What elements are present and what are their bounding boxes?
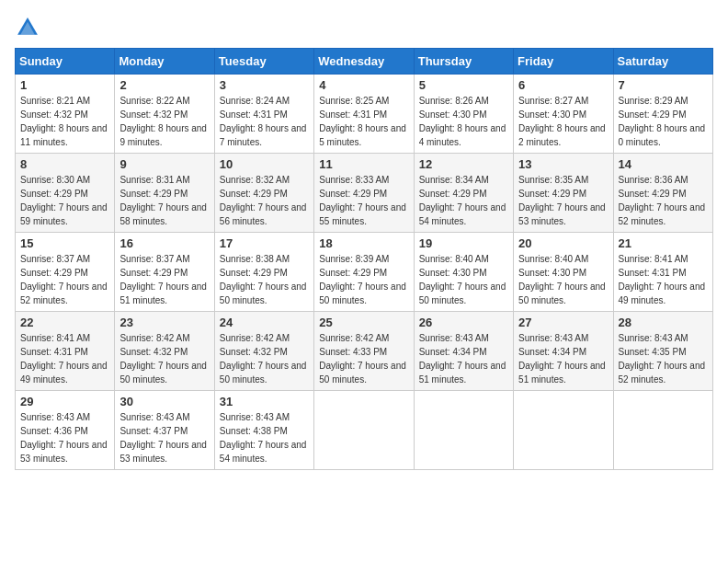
calendar-cell: 19 Sunrise: 8:40 AMSunset: 4:30 PMDaylig… [414, 233, 513, 312]
day-number: 29 [20, 395, 109, 408]
day-number: 16 [119, 236, 209, 250]
calendar-cell [613, 391, 712, 470]
calendar-cell: 7 Sunrise: 8:29 AMSunset: 4:29 PMDayligh… [613, 75, 712, 154]
day-detail: Sunrise: 8:21 AMSunset: 4:32 PMDaylight:… [20, 96, 108, 147]
calendar-cell: 22 Sunrise: 8:41 AMSunset: 4:31 PMDaylig… [16, 312, 115, 391]
day-number: 23 [119, 316, 209, 329]
day-number: 1 [20, 78, 109, 92]
day-number: 30 [119, 395, 209, 408]
weekday-header-thursday: Thursday [414, 49, 513, 75]
calendar-cell: 26 Sunrise: 8:43 AMSunset: 4:34 PMDaylig… [414, 312, 513, 391]
calendar-week-row: 1 Sunrise: 8:21 AMSunset: 4:32 PMDayligh… [16, 75, 713, 154]
day-detail: Sunrise: 8:40 AMSunset: 4:30 PMDaylight:… [419, 254, 506, 305]
calendar-table: SundayMondayTuesdayWednesdayThursdayFrid… [15, 48, 713, 470]
day-detail: Sunrise: 8:27 AMSunset: 4:30 PMDaylight:… [518, 96, 606, 147]
calendar-cell: 20 Sunrise: 8:40 AMSunset: 4:30 PMDaylig… [514, 233, 613, 312]
calendar-cell: 24 Sunrise: 8:42 AMSunset: 4:32 PMDaylig… [214, 312, 313, 391]
calendar-cell: 4 Sunrise: 8:25 AMSunset: 4:31 PMDayligh… [314, 75, 414, 154]
day-number: 25 [319, 316, 408, 329]
day-number: 12 [419, 157, 508, 171]
calendar-cell: 10 Sunrise: 8:32 AMSunset: 4:29 PMDaylig… [214, 154, 313, 233]
weekday-header-sunday: Sunday [16, 49, 115, 75]
calendar-cell: 1 Sunrise: 8:21 AMSunset: 4:32 PMDayligh… [16, 75, 115, 154]
day-detail: Sunrise: 8:43 AMSunset: 4:38 PMDaylight:… [220, 412, 307, 464]
day-number: 9 [119, 157, 209, 171]
calendar-cell: 27 Sunrise: 8:43 AMSunset: 4:34 PMDaylig… [514, 312, 613, 391]
day-detail: Sunrise: 8:43 AMSunset: 4:35 PMDaylight:… [619, 333, 706, 385]
weekday-header-row: SundayMondayTuesdayWednesdayThursdayFrid… [16, 49, 713, 75]
day-detail: Sunrise: 8:43 AMSunset: 4:34 PMDaylight:… [518, 333, 606, 385]
calendar-cell: 6 Sunrise: 8:27 AMSunset: 4:30 PMDayligh… [514, 75, 613, 154]
day-detail: Sunrise: 8:41 AMSunset: 4:31 PMDaylight:… [20, 333, 108, 385]
calendar-cell: 21 Sunrise: 8:41 AMSunset: 4:31 PMDaylig… [613, 233, 712, 312]
calendar-cell [514, 391, 613, 470]
day-number: 4 [319, 78, 408, 92]
day-detail: Sunrise: 8:43 AMSunset: 4:34 PMDaylight:… [419, 333, 506, 385]
day-number: 14 [619, 157, 708, 171]
calendar-cell: 30 Sunrise: 8:43 AMSunset: 4:37 PMDaylig… [115, 391, 214, 470]
day-detail: Sunrise: 8:36 AMSunset: 4:29 PMDaylight:… [619, 175, 706, 226]
day-detail: Sunrise: 8:39 AMSunset: 4:29 PMDaylight:… [319, 254, 406, 305]
day-detail: Sunrise: 8:24 AMSunset: 4:31 PMDaylight:… [220, 96, 307, 147]
calendar-cell [314, 391, 414, 470]
day-detail: Sunrise: 8:33 AMSunset: 4:29 PMDaylight:… [319, 175, 406, 226]
calendar-week-row: 29 Sunrise: 8:43 AMSunset: 4:36 PMDaylig… [16, 391, 713, 470]
calendar-cell: 3 Sunrise: 8:24 AMSunset: 4:31 PMDayligh… [214, 75, 313, 154]
day-detail: Sunrise: 8:25 AMSunset: 4:31 PMDaylight:… [319, 96, 406, 147]
calendar-cell: 8 Sunrise: 8:30 AMSunset: 4:29 PMDayligh… [16, 154, 115, 233]
day-number: 20 [518, 236, 608, 250]
day-number: 11 [319, 157, 408, 171]
day-number: 19 [419, 236, 508, 250]
day-number: 8 [20, 157, 109, 171]
day-detail: Sunrise: 8:34 AMSunset: 4:29 PMDaylight:… [419, 175, 506, 226]
calendar-cell: 29 Sunrise: 8:43 AMSunset: 4:36 PMDaylig… [16, 391, 115, 470]
day-detail: Sunrise: 8:38 AMSunset: 4:29 PMDaylight:… [220, 254, 307, 305]
day-detail: Sunrise: 8:29 AMSunset: 4:29 PMDaylight:… [619, 96, 706, 147]
day-number: 10 [220, 157, 309, 171]
day-number: 28 [619, 316, 708, 329]
logo [15, 15, 44, 40]
calendar-cell: 16 Sunrise: 8:37 AMSunset: 4:29 PMDaylig… [115, 233, 214, 312]
calendar-cell: 9 Sunrise: 8:31 AMSunset: 4:29 PMDayligh… [115, 154, 214, 233]
calendar-cell [414, 391, 513, 470]
day-number: 2 [119, 78, 209, 92]
calendar-cell: 15 Sunrise: 8:37 AMSunset: 4:29 PMDaylig… [16, 233, 115, 312]
day-detail: Sunrise: 8:42 AMSunset: 4:32 PMDaylight:… [220, 333, 307, 385]
day-detail: Sunrise: 8:26 AMSunset: 4:30 PMDaylight:… [419, 96, 506, 147]
day-detail: Sunrise: 8:43 AMSunset: 4:36 PMDaylight:… [20, 412, 108, 464]
calendar-cell: 17 Sunrise: 8:38 AMSunset: 4:29 PMDaylig… [214, 233, 313, 312]
day-detail: Sunrise: 8:35 AMSunset: 4:29 PMDaylight:… [518, 175, 606, 226]
day-number: 3 [220, 78, 309, 92]
weekday-header-tuesday: Tuesday [214, 49, 313, 75]
day-detail: Sunrise: 8:37 AMSunset: 4:29 PMDaylight:… [20, 254, 108, 305]
weekday-header-monday: Monday [115, 49, 214, 75]
weekday-header-friday: Friday [514, 49, 613, 75]
page-header [15, 15, 713, 40]
logo-icon [15, 15, 40, 40]
weekday-header-saturday: Saturday [613, 49, 712, 75]
calendar-cell: 31 Sunrise: 8:43 AMSunset: 4:38 PMDaylig… [214, 391, 313, 470]
day-detail: Sunrise: 8:22 AMSunset: 4:32 PMDaylight:… [119, 96, 207, 147]
day-detail: Sunrise: 8:42 AMSunset: 4:33 PMDaylight:… [319, 333, 406, 385]
day-detail: Sunrise: 8:40 AMSunset: 4:30 PMDaylight:… [518, 254, 606, 305]
day-number: 6 [518, 78, 608, 92]
day-number: 7 [619, 78, 708, 92]
day-number: 15 [20, 236, 109, 250]
day-number: 5 [419, 78, 508, 92]
day-number: 22 [20, 316, 109, 329]
calendar-cell: 11 Sunrise: 8:33 AMSunset: 4:29 PMDaylig… [314, 154, 414, 233]
calendar-cell: 25 Sunrise: 8:42 AMSunset: 4:33 PMDaylig… [314, 312, 414, 391]
day-number: 17 [220, 236, 309, 250]
day-number: 21 [619, 236, 708, 250]
day-number: 13 [518, 157, 608, 171]
day-detail: Sunrise: 8:43 AMSunset: 4:37 PMDaylight:… [119, 412, 207, 464]
calendar-cell: 12 Sunrise: 8:34 AMSunset: 4:29 PMDaylig… [414, 154, 513, 233]
weekday-header-wednesday: Wednesday [314, 49, 414, 75]
day-number: 26 [419, 316, 508, 329]
day-detail: Sunrise: 8:30 AMSunset: 4:29 PMDaylight:… [20, 175, 108, 226]
calendar-cell: 18 Sunrise: 8:39 AMSunset: 4:29 PMDaylig… [314, 233, 414, 312]
calendar-week-row: 8 Sunrise: 8:30 AMSunset: 4:29 PMDayligh… [16, 154, 713, 233]
day-detail: Sunrise: 8:42 AMSunset: 4:32 PMDaylight:… [119, 333, 207, 385]
calendar-cell: 28 Sunrise: 8:43 AMSunset: 4:35 PMDaylig… [613, 312, 712, 391]
day-detail: Sunrise: 8:41 AMSunset: 4:31 PMDaylight:… [619, 254, 706, 305]
